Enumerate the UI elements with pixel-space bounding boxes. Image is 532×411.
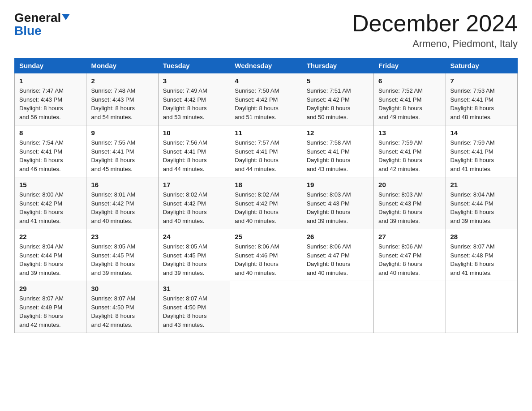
calendar-day-cell: 16Sunrise: 8:01 AMSunset: 4:42 PMDayligh… [86,177,158,229]
day-info: Sunrise: 8:01 AMSunset: 4:42 PMDaylight:… [91,190,153,225]
day-info: Sunrise: 8:05 AMSunset: 4:45 PMDaylight:… [91,242,153,277]
col-friday: Friday [374,58,446,73]
day-info: Sunrise: 8:03 AMSunset: 4:43 PMDaylight:… [378,190,441,225]
calendar-week-row: 22Sunrise: 8:04 AMSunset: 4:44 PMDayligh… [15,229,518,281]
day-info: Sunrise: 8:00 AMSunset: 4:42 PMDaylight:… [19,190,82,225]
location-subtitle: Armeno, Piedmont, Italy [352,38,518,50]
calendar-day-cell: 18Sunrise: 8:02 AMSunset: 4:42 PMDayligh… [230,177,302,229]
day-number: 8 [19,129,82,137]
logo-general-text: General [14,11,61,25]
calendar-day-cell: 7Sunrise: 7:53 AMSunset: 4:41 PMDaylight… [446,73,517,125]
calendar-day-cell: 3Sunrise: 7:49 AMSunset: 4:42 PMDaylight… [158,73,230,125]
calendar-week-row: 8Sunrise: 7:54 AMSunset: 4:41 PMDaylight… [15,125,518,177]
col-thursday: Thursday [302,58,373,73]
day-info: Sunrise: 7:50 AMSunset: 4:42 PMDaylight:… [235,86,297,121]
day-number: 14 [450,129,513,137]
calendar-day-cell: 24Sunrise: 8:05 AMSunset: 4:45 PMDayligh… [158,229,230,281]
day-info: Sunrise: 7:49 AMSunset: 4:42 PMDaylight:… [163,86,225,121]
day-info: Sunrise: 8:02 AMSunset: 4:42 PMDaylight:… [235,190,297,225]
calendar-day-cell: 2Sunrise: 7:48 AMSunset: 4:43 PMDaylight… [86,73,158,125]
day-number: 2 [91,77,153,85]
day-info: Sunrise: 8:06 AMSunset: 4:46 PMDaylight:… [235,242,297,277]
calendar-day-cell [302,281,373,333]
calendar-day-cell: 5Sunrise: 7:51 AMSunset: 4:42 PMDaylight… [302,73,373,125]
col-wednesday: Wednesday [230,58,302,73]
calendar-day-cell: 30Sunrise: 8:07 AMSunset: 4:50 PMDayligh… [86,281,158,333]
calendar-table: Sunday Monday Tuesday Wednesday Thursday… [14,58,518,333]
calendar-day-cell: 6Sunrise: 7:52 AMSunset: 4:41 PMDaylight… [374,73,446,125]
day-info: Sunrise: 8:05 AMSunset: 4:45 PMDaylight:… [163,242,225,277]
day-number: 6 [378,77,441,85]
col-sunday: Sunday [15,58,86,73]
calendar-day-cell: 19Sunrise: 8:03 AMSunset: 4:43 PMDayligh… [302,177,373,229]
day-number: 21 [450,181,513,188]
day-info: Sunrise: 7:59 AMSunset: 4:41 PMDaylight:… [378,138,441,173]
day-number: 22 [19,233,82,240]
calendar-day-cell: 27Sunrise: 8:06 AMSunset: 4:47 PMDayligh… [374,229,446,281]
day-info: Sunrise: 8:07 AMSunset: 4:48 PMDaylight:… [450,242,513,277]
day-info: Sunrise: 7:52 AMSunset: 4:41 PMDaylight:… [378,86,441,121]
day-number: 7 [450,77,513,85]
calendar-day-cell: 31Sunrise: 8:07 AMSunset: 4:50 PMDayligh… [158,281,230,333]
day-number: 5 [307,77,369,85]
day-info: Sunrise: 7:56 AMSunset: 4:41 PMDaylight:… [163,138,225,173]
day-number: 30 [91,285,153,292]
calendar-day-cell: 4Sunrise: 7:50 AMSunset: 4:42 PMDaylight… [230,73,302,125]
day-info: Sunrise: 7:58 AMSunset: 4:41 PMDaylight:… [307,138,369,173]
day-info: Sunrise: 8:07 AMSunset: 4:49 PMDaylight:… [19,294,82,329]
day-number: 23 [91,233,153,240]
day-number: 9 [91,129,153,137]
day-number: 4 [235,77,297,85]
calendar-week-row: 1Sunrise: 7:47 AMSunset: 4:43 PMDaylight… [15,73,518,125]
day-number: 28 [450,233,513,240]
day-number: 15 [19,181,82,188]
day-info: Sunrise: 8:04 AMSunset: 4:44 PMDaylight:… [19,242,82,277]
day-info: Sunrise: 7:53 AMSunset: 4:41 PMDaylight:… [450,86,513,121]
day-number: 26 [307,233,369,240]
day-info: Sunrise: 7:55 AMSunset: 4:41 PMDaylight:… [91,138,153,173]
day-number: 25 [235,233,297,240]
page-header: General Blue December 2024 Armeno, Piedm… [14,11,518,50]
day-info: Sunrise: 7:48 AMSunset: 4:43 PMDaylight:… [91,86,153,121]
calendar-day-cell: 10Sunrise: 7:56 AMSunset: 4:41 PMDayligh… [158,125,230,177]
calendar-day-cell: 11Sunrise: 7:57 AMSunset: 4:41 PMDayligh… [230,125,302,177]
calendar-day-cell [230,281,302,333]
calendar-day-cell: 8Sunrise: 7:54 AMSunset: 4:41 PMDaylight… [15,125,86,177]
day-info: Sunrise: 7:51 AMSunset: 4:42 PMDaylight:… [307,86,369,121]
calendar-day-cell: 22Sunrise: 8:04 AMSunset: 4:44 PMDayligh… [15,229,86,281]
day-number: 18 [235,181,297,188]
logo: General Blue [14,11,70,38]
day-info: Sunrise: 8:03 AMSunset: 4:43 PMDaylight:… [307,190,369,225]
day-number: 31 [163,285,225,292]
day-number: 13 [378,129,441,137]
calendar-day-cell: 20Sunrise: 8:03 AMSunset: 4:43 PMDayligh… [374,177,446,229]
day-info: Sunrise: 7:54 AMSunset: 4:41 PMDaylight:… [19,138,82,173]
day-number: 1 [19,77,82,85]
calendar-day-cell: 26Sunrise: 8:06 AMSunset: 4:47 PMDayligh… [302,229,373,281]
day-info: Sunrise: 8:02 AMSunset: 4:42 PMDaylight:… [163,190,225,225]
calendar-day-cell: 15Sunrise: 8:00 AMSunset: 4:42 PMDayligh… [15,177,86,229]
day-info: Sunrise: 8:06 AMSunset: 4:47 PMDaylight:… [378,242,441,277]
day-info: Sunrise: 8:07 AMSunset: 4:50 PMDaylight:… [163,294,225,329]
day-info: Sunrise: 8:06 AMSunset: 4:47 PMDaylight:… [307,242,369,277]
day-number: 27 [378,233,441,240]
day-info: Sunrise: 8:07 AMSunset: 4:50 PMDaylight:… [91,294,153,329]
day-number: 12 [307,129,369,137]
day-number: 16 [91,181,153,188]
calendar-day-cell: 13Sunrise: 7:59 AMSunset: 4:41 PMDayligh… [374,125,446,177]
day-info: Sunrise: 8:04 AMSunset: 4:44 PMDaylight:… [450,190,513,225]
day-number: 3 [163,77,225,85]
calendar-day-cell: 28Sunrise: 8:07 AMSunset: 4:48 PMDayligh… [446,229,517,281]
calendar-day-cell: 14Sunrise: 7:59 AMSunset: 4:41 PMDayligh… [446,125,517,177]
calendar-day-cell [446,281,517,333]
day-number: 29 [19,285,82,292]
day-info: Sunrise: 7:57 AMSunset: 4:41 PMDaylight:… [235,138,297,173]
logo-blue-text: Blue [14,24,42,38]
calendar-day-cell: 1Sunrise: 7:47 AMSunset: 4:43 PMDaylight… [15,73,86,125]
calendar-day-cell: 25Sunrise: 8:06 AMSunset: 4:46 PMDayligh… [230,229,302,281]
title-block: December 2024 Armeno, Piedmont, Italy [352,11,518,50]
col-tuesday: Tuesday [158,58,230,73]
calendar-day-cell: 9Sunrise: 7:55 AMSunset: 4:41 PMDaylight… [86,125,158,177]
calendar-day-cell: 12Sunrise: 7:58 AMSunset: 4:41 PMDayligh… [302,125,373,177]
calendar-day-cell: 29Sunrise: 8:07 AMSunset: 4:49 PMDayligh… [15,281,86,333]
